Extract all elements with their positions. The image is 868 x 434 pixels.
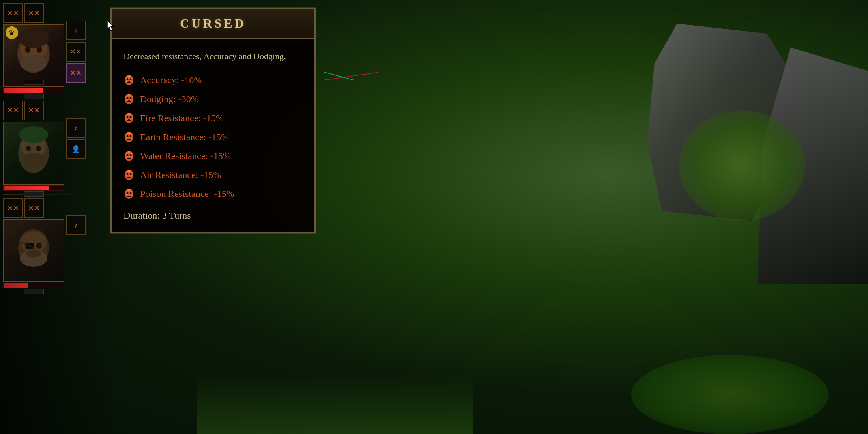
character-3-row: ✕✕ ✕✕ <box>3 198 115 286</box>
svg-point-41 <box>130 135 132 137</box>
char2-health-fill <box>4 186 49 190</box>
svg-point-10 <box>36 146 41 151</box>
tooltip-header: CURSED <box>112 9 314 39</box>
character-1-row: ✕✕ ✕✕ ♛ <box>3 3 115 91</box>
character-panel: ✕✕ ✕✕ ♛ <box>0 0 118 434</box>
char1-health-bar-bg <box>3 88 64 93</box>
char1-action-slot <box>24 94 44 99</box>
svg-point-35 <box>130 116 132 118</box>
svg-point-23 <box>130 78 132 80</box>
svg-rect-37 <box>127 120 131 121</box>
svg-marker-19 <box>107 21 114 31</box>
char3-icon-sword1[interactable]: ✕✕ <box>3 198 23 218</box>
char3-portrait[interactable] <box>3 219 64 282</box>
char2-icon-column: ♪ 👤 <box>66 101 86 189</box>
char2-skull-btn[interactable]: 👤 <box>66 139 86 159</box>
char1-portrait[interactable]: ♛ <box>3 24 64 87</box>
svg-point-24 <box>128 81 130 82</box>
curse-icon-water <box>123 150 135 162</box>
char2-icon-sword1[interactable]: ✕✕ <box>3 101 23 120</box>
char-divider-2 <box>3 194 90 195</box>
effect-earth-text: Earth Resistance: -15% <box>140 132 229 142</box>
char3-music-btn[interactable]: ♪ <box>66 215 86 235</box>
svg-point-52 <box>127 173 129 175</box>
effect-water-text: Water Resistance: -15% <box>140 151 231 161</box>
effect-poison: Poison Resistance: -15% <box>123 187 303 200</box>
char3-icon-sword2[interactable]: ✕✕ <box>24 198 44 218</box>
char1-combat-btn2[interactable]: ✕✕ <box>66 63 86 83</box>
effect-dodging: Dodging: -30% <box>123 93 303 105</box>
svg-point-22 <box>127 78 129 80</box>
char3-icon-column: ♪ <box>66 198 86 286</box>
curse-icon-dodging <box>123 93 135 105</box>
effect-accuracy-text: Accuracy: -10% <box>140 75 202 86</box>
svg-point-29 <box>130 97 132 99</box>
svg-point-48 <box>128 157 130 158</box>
effect-dodging-text: Dodging: -30% <box>140 94 199 105</box>
svg-point-47 <box>130 154 132 156</box>
char1-health-fill <box>4 88 43 93</box>
tooltip-title: CURSED <box>120 16 307 31</box>
crown-badge: ♛ <box>6 26 18 39</box>
char2-music-btn[interactable]: ♪ <box>66 118 86 138</box>
effect-water: Water Resistance: -15% <box>123 150 303 162</box>
svg-rect-25 <box>127 82 131 83</box>
svg-point-58 <box>127 192 129 194</box>
char1-icon-column: ♪ ✕✕ ✕✕ <box>66 3 86 91</box>
char3-health-fill <box>4 283 28 288</box>
char1-music-btn[interactable]: ♪ <box>66 21 86 40</box>
char1-bottom-bar <box>4 80 64 85</box>
effect-air: Air Resistance: -15% <box>123 168 303 181</box>
char2-face <box>4 122 64 184</box>
char3-face <box>4 220 64 281</box>
tooltip-duration: Duration: 3 Turns <box>123 210 303 221</box>
char1-combat-btn1[interactable]: ✕✕ <box>66 42 86 62</box>
svg-point-3 <box>37 47 42 53</box>
char2-icon-sword2[interactable]: ✕✕ <box>24 101 44 120</box>
foliage-3 <box>197 375 473 434</box>
svg-point-40 <box>127 135 129 137</box>
svg-point-11 <box>22 153 45 167</box>
svg-point-54 <box>128 176 130 177</box>
effect-fire-text: Fire Resistance: -15% <box>140 113 224 123</box>
effect-poison-text: Poison Resistance: -15% <box>140 189 234 199</box>
svg-point-30 <box>128 100 130 101</box>
svg-rect-49 <box>127 158 131 159</box>
char3-portrait-wrapper <box>3 219 64 286</box>
svg-rect-43 <box>127 139 131 140</box>
curse-icon-earth <box>123 131 135 143</box>
svg-point-4 <box>20 55 47 72</box>
svg-point-59 <box>130 192 132 194</box>
svg-point-42 <box>128 138 130 139</box>
curse-icon-accuracy <box>123 74 135 86</box>
svg-point-36 <box>128 119 130 120</box>
svg-point-34 <box>127 116 129 118</box>
curse-icon-poison <box>123 187 135 200</box>
char2-portrait-wrapper <box>3 122 64 189</box>
effect-earth: Earth Resistance: -15% <box>123 131 303 143</box>
effect-accuracy: Accuracy: -10% <box>123 74 303 86</box>
svg-point-60 <box>128 195 130 196</box>
char3-action-slot <box>24 289 44 294</box>
effect-air-text: Air Resistance: -15% <box>140 170 221 180</box>
effect-fire: Fire Resistance: -15% <box>123 112 303 124</box>
char2-portrait[interactable] <box>3 122 64 185</box>
char1-icon-sword2[interactable]: ✕✕ <box>24 3 44 23</box>
foliage-2 <box>631 355 829 434</box>
char1-portrait-wrapper: ♛ <box>3 24 64 91</box>
curse-icon-fire <box>123 112 135 124</box>
char1-icon-sword1[interactable]: ✕✕ <box>3 3 23 23</box>
mouse-cursor <box>107 21 115 32</box>
char3-health-bar-bg <box>3 283 64 288</box>
svg-point-9 <box>26 146 31 151</box>
foliage-1 <box>679 110 805 221</box>
svg-point-2 <box>25 47 31 53</box>
svg-rect-55 <box>127 177 131 178</box>
curse-icon-air <box>123 168 135 181</box>
svg-point-28 <box>127 97 129 99</box>
svg-point-53 <box>130 173 132 175</box>
svg-point-5 <box>18 29 49 48</box>
svg-rect-31 <box>127 101 131 102</box>
tooltip-description: Decreased resistances, Accuracy and Dodg… <box>123 50 303 63</box>
char-divider-1 <box>3 97 90 97</box>
